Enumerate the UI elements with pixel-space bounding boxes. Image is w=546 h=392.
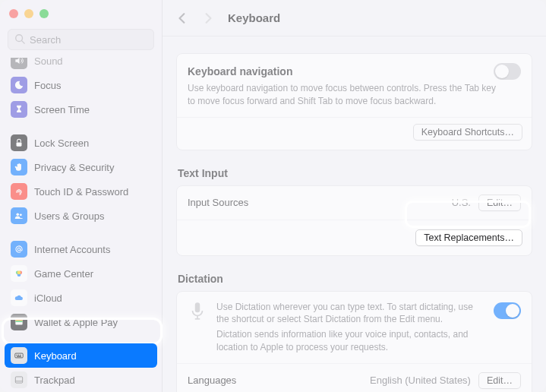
users-icon — [11, 207, 27, 224]
sidebar-item-label: Sound — [34, 58, 63, 67]
at-icon — [11, 241, 27, 258]
svg-rect-23 — [195, 302, 200, 312]
input-sources-row: Input Sources U.S. Edit… — [177, 186, 532, 220]
sidebar-item-trackpad[interactable]: Trackpad — [5, 368, 157, 392]
dictation-card: Use Dictation wherever you can type text… — [176, 291, 532, 392]
toolbar: Keyboard — [163, 0, 546, 36]
svg-line-1 — [22, 40, 25, 43]
sidebar-item-label: Internet Accounts — [34, 244, 110, 255]
search-input[interactable]: Search — [8, 29, 154, 50]
sidebar-item-label: Lock Screen — [34, 138, 89, 149]
input-sources-label: Input Sources — [188, 197, 248, 208]
svg-point-3 — [17, 213, 20, 217]
system-settings-window: Search SoundFocusScreen TimeLock ScreenP… — [0, 0, 546, 392]
cloud-icon — [11, 289, 27, 306]
sidebar-item-label: iCloud — [34, 292, 62, 304]
minimize-window-button[interactable] — [24, 9, 33, 18]
svg-rect-2 — [17, 142, 22, 146]
svg-rect-14 — [17, 355, 17, 356]
sidebar-item-users-groups[interactable]: Users & Groups — [5, 204, 157, 228]
languages-edit-button[interactable]: Edit… — [478, 372, 521, 389]
keyboard-navigation-title: Keyboard navigation — [188, 65, 292, 77]
search-placeholder: Search — [30, 34, 61, 46]
zoom-window-button[interactable] — [39, 9, 49, 18]
forward-button[interactable] — [197, 9, 219, 27]
dictation-desc-1: Use Dictation wherever you can type text… — [216, 301, 484, 327]
sidebar-item-screen-time[interactable]: Screen Time — [5, 97, 157, 122]
hand-icon — [11, 159, 27, 175]
sidebar-item-label: Game Center — [34, 268, 93, 280]
sidebar-item-label: Screen Time — [34, 104, 90, 115]
sidebar-item-label: Privacy & Security — [34, 162, 114, 173]
languages-value: English (United States) — [370, 375, 471, 386]
page-title: Keyboard — [228, 11, 280, 24]
hourglass-icon — [11, 101, 27, 118]
sidebar-item-label: Trackpad — [34, 375, 75, 386]
sidebar-item-privacy-security[interactable]: Privacy & Security — [5, 155, 157, 179]
sound-icon — [11, 58, 27, 69]
keyboard-navigation-desc: Use keyboard navigation to move focus be… — [188, 82, 499, 108]
input-sources-value: U.S. — [452, 197, 471, 208]
keyboard-icon — [11, 347, 27, 364]
sidebar-item-keyboard[interactable]: Keyboard — [5, 343, 157, 368]
svg-rect-12 — [15, 321, 22, 322]
window-controls — [0, 6, 162, 26]
content-area: Keyboard Keyboard navigation Use keyboar… — [163, 0, 546, 392]
sidebar-item-label: Keyboard — [34, 350, 77, 362]
svg-rect-15 — [18, 355, 19, 356]
sidebar-item-icloud[interactable]: iCloud — [5, 286, 157, 310]
keyboard-navigation-card: Keyboard navigation Use keyboard navigat… — [176, 53, 532, 150]
lock-icon — [11, 134, 27, 151]
settings-scroll[interactable]: Keyboard navigation Use keyboard navigat… — [163, 36, 546, 392]
svg-point-9 — [17, 271, 21, 275]
sidebar-item-label: Users & Groups — [34, 210, 104, 222]
svg-rect-16 — [20, 355, 21, 356]
languages-row: Languages English (United States) Edit… — [177, 363, 532, 392]
sidebar-list: SoundFocusScreen TimeLock ScreenPrivacy … — [0, 58, 162, 392]
back-button[interactable] — [172, 9, 193, 27]
search-icon — [14, 33, 30, 46]
fingerprint-icon — [11, 183, 27, 200]
text-replacements-button[interactable]: Text Replacements… — [415, 229, 522, 246]
svg-point-4 — [20, 213, 22, 216]
microphone-icon — [188, 301, 207, 321]
text-input-heading: Text Input — [176, 167, 532, 179]
close-window-button[interactable] — [9, 9, 18, 18]
svg-rect-18 — [15, 377, 22, 383]
sidebar-item-label: Focus — [34, 80, 61, 91]
sidebar-item-lock-screen[interactable]: Lock Screen — [5, 131, 157, 155]
sidebar-item-label: Touch ID & Password — [34, 186, 128, 198]
sidebar-item-focus[interactable]: Focus — [5, 73, 157, 97]
moon-icon — [11, 77, 27, 93]
keyboard-navigation-toggle[interactable] — [494, 63, 521, 80]
dictation-toggle[interactable] — [494, 302, 521, 319]
sidebar-item-touch-id-password[interactable]: Touch ID & Password — [5, 179, 157, 204]
sidebar-item-wallet-apple-pay[interactable]: Wallet & Apple Pay — [5, 310, 157, 334]
languages-label: Languages — [188, 375, 236, 386]
trackpad-icon — [11, 371, 27, 388]
sidebar-item-label: Wallet & Apple Pay — [34, 317, 118, 328]
text-input-card: Input Sources U.S. Edit… Text Replacemen… — [176, 185, 532, 256]
keyboard-shortcuts-button[interactable]: Keyboard Shortcuts… — [413, 124, 522, 141]
dictation-desc-2: Dictation sends information like your vo… — [216, 328, 484, 354]
sidebar-item-sound[interactable]: Sound — [5, 58, 157, 73]
svg-rect-17 — [17, 356, 21, 357]
gamecenter-icon — [11, 265, 27, 282]
wallet-icon — [11, 314, 27, 330]
sidebar-item-game-center[interactable]: Game Center — [5, 261, 157, 286]
svg-rect-11 — [15, 320, 22, 321]
input-sources-edit-button[interactable]: Edit… — [478, 194, 521, 211]
sidebar: Search SoundFocusScreen TimeLock ScreenP… — [0, 0, 163, 392]
dictation-heading: Dictation — [176, 273, 532, 285]
sidebar-item-internet-accounts[interactable]: Internet Accounts — [5, 237, 157, 261]
